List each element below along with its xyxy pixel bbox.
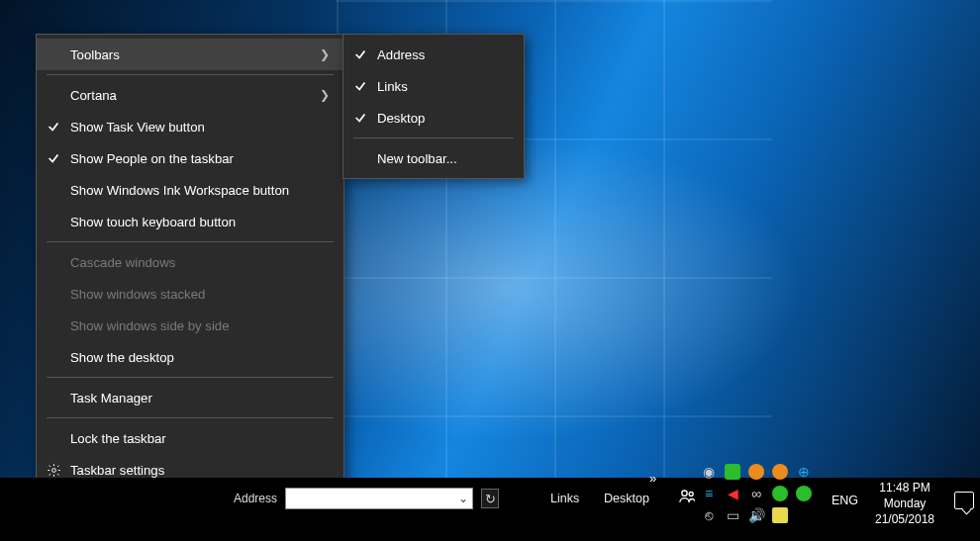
discord-icon[interactable]: ⊕: [796, 464, 812, 480]
link-icon[interactable]: ∞: [748, 486, 764, 501]
menu-item-label: Task Manager: [70, 391, 330, 406]
menu-item-label: Show windows stacked: [70, 287, 330, 302]
volume-mute-icon[interactable]: ◀: [725, 486, 740, 501]
people-button[interactable]: [677, 487, 697, 511]
nvidia-icon[interactable]: [725, 464, 740, 480]
menu-item-label: Show Task View button: [70, 120, 330, 135]
taskbar: Address ⌄ ↻ Links Desktop » ◉⊕≡◀∞⎋▭🔊 ENG…: [0, 478, 980, 541]
ctx-item-show-people-on-the-taskbar[interactable]: Show People on the taskbar: [37, 142, 343, 174]
address-go-button[interactable]: ↻: [481, 489, 499, 508]
svg-point-0: [51, 468, 55, 472]
clock-date: 21/05/2018: [865, 511, 944, 527]
svg-point-2: [689, 493, 693, 496]
address-label: Address: [234, 492, 277, 505]
check-icon: [343, 79, 377, 93]
menu-item-label: Links: [377, 79, 510, 94]
n-icon[interactable]: [796, 486, 812, 501]
svg-point-1: [682, 491, 687, 496]
toolbars-submenu: AddressLinksDesktopNew toolbar...: [343, 34, 525, 179]
net-icon[interactable]: ≡: [701, 486, 717, 501]
menu-item-label: Toolbars: [70, 47, 310, 62]
shield-icon[interactable]: [748, 464, 764, 480]
address-input[interactable]: ⌄: [285, 488, 473, 509]
check-icon: [343, 47, 377, 61]
menu-item-label: Show touch keyboard button: [70, 215, 330, 229]
ctx-item-task-manager[interactable]: Task Manager: [37, 382, 343, 413]
ctx-item-show-the-desktop[interactable]: Show the desktop: [37, 341, 343, 373]
toolbars-item-links[interactable]: Links: [343, 70, 524, 102]
links-toolbar-label[interactable]: Links: [550, 486, 579, 511]
ctx-item-show-windows-ink-workspace-button[interactable]: Show Windows Ink Workspace button: [37, 174, 343, 206]
submenu-arrow-icon: ❯: [310, 88, 330, 102]
menu-item-label: Lock the taskbar: [70, 431, 330, 446]
ctx-separator: [47, 377, 334, 378]
clock-time: 11:48 PM: [865, 480, 944, 496]
submenu-arrow-icon: ❯: [310, 47, 330, 61]
ctx-item-lock-the-taskbar[interactable]: Lock the taskbar: [37, 422, 343, 454]
desktop-toolbar-label[interactable]: Desktop: [604, 486, 649, 511]
laptop-icon[interactable]: ▭: [725, 507, 740, 523]
ctx-item-cortana[interactable]: Cortana❯: [37, 79, 343, 111]
menu-item-label: Show Windows Ink Workspace button: [70, 183, 330, 198]
ctx-separator: [47, 417, 334, 418]
menu-item-label: New toolbar...: [377, 151, 510, 166]
menu-item-label: Show windows side by side: [70, 318, 330, 333]
menu-item-label: Cascade windows: [70, 255, 330, 270]
check-icon: [343, 111, 377, 125]
ctx-item-show-task-view-button[interactable]: Show Task View button: [37, 111, 343, 142]
menu-item-label: Cortana: [70, 88, 310, 103]
check-icon: [37, 151, 70, 165]
toolbars-item-address[interactable]: Address: [343, 39, 524, 70]
ctx-item-toolbars[interactable]: Toolbars❯: [37, 39, 343, 70]
clock[interactable]: 11:48 PM Monday 21/05/2018: [865, 480, 944, 527]
spiral-icon[interactable]: ◉: [701, 464, 717, 480]
note-icon[interactable]: [772, 507, 788, 523]
address-dropdown-icon[interactable]: ⌄: [454, 489, 472, 508]
usb-icon[interactable]: ⎋: [701, 507, 717, 523]
clock-day: Monday: [865, 496, 944, 511]
ctx-item-show-touch-keyboard-button[interactable]: Show touch keyboard button: [37, 206, 343, 237]
whatsapp-icon[interactable]: [772, 486, 788, 501]
ctx-item-show-windows-stacked: Show windows stacked: [37, 278, 343, 310]
blob-icon[interactable]: [772, 464, 788, 480]
toolbars-separator: [353, 137, 514, 138]
language-indicator[interactable]: ENG: [832, 494, 858, 507]
menu-item-label: Address: [377, 47, 510, 62]
menu-item-label: Taskbar settings: [70, 463, 330, 478]
menu-item-label: Show the desktop: [70, 350, 330, 365]
menu-item-label: Show People on the taskbar: [70, 151, 330, 166]
system-tray: ◉⊕≡◀∞⎋▭🔊: [701, 464, 830, 523]
menu-item-label: Desktop: [377, 111, 510, 126]
toolbar-overflow-icon[interactable]: »: [649, 471, 656, 486]
taskbar-context-menu: Toolbars❯Cortana❯Show Task View buttonSh…: [36, 34, 344, 491]
speaker-icon[interactable]: 🔊: [748, 507, 764, 523]
check-icon: [37, 120, 70, 134]
gear-icon: [37, 463, 70, 478]
address-toolbar: Address ⌄ ↻: [234, 486, 499, 511]
ctx-item-show-windows-side-by-side: Show windows side by side: [37, 310, 343, 341]
ctx-item-cascade-windows: Cascade windows: [37, 246, 343, 278]
ctx-separator: [47, 241, 334, 242]
ctx-separator: [47, 74, 334, 75]
toolbars-item-new-toolbar[interactable]: New toolbar...: [343, 142, 524, 174]
action-center-icon[interactable]: [954, 492, 974, 509]
toolbars-item-desktop[interactable]: Desktop: [343, 102, 524, 134]
